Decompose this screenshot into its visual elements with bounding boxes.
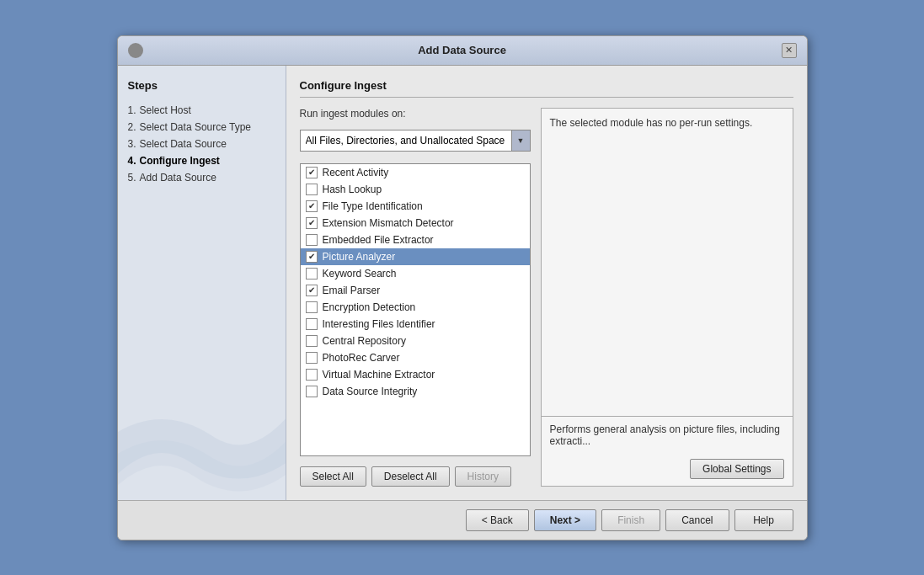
back-button[interactable]: < Back: [466, 509, 529, 531]
module-item-photorec-carver[interactable]: PhotoRec Carver: [301, 349, 530, 366]
step-2-number: 2.: [128, 121, 136, 133]
module-checkbox-encryption-detection[interactable]: [306, 301, 318, 313]
dialog-title: Add Data Source: [143, 44, 782, 56]
help-button[interactable]: Help: [734, 509, 793, 531]
module-label-email-parser: Email Parser: [323, 285, 381, 296]
module-checkbox-keyword-search[interactable]: [306, 268, 318, 280]
module-checkbox-picture-analyzer[interactable]: ✔: [306, 251, 318, 263]
run-on-label: Run ingest modules on:: [300, 108, 531, 120]
module-checkbox-email-parser[interactable]: ✔: [306, 285, 318, 296]
run-on-dropdown-container[interactable]: All Files, Directories, and Unallocated …: [300, 130, 531, 152]
module-label-picture-analyzer: Picture Analyzer: [323, 251, 396, 263]
module-label-embedded-file: Embedded File Extractor: [323, 234, 434, 246]
module-checkbox-file-type-id[interactable]: ✔: [306, 200, 318, 212]
history-button[interactable]: History: [455, 466, 511, 487]
module-item-recent-activity[interactable]: ✔Recent Activity: [301, 164, 530, 181]
module-item-data-source-integrity[interactable]: Data Source Integrity: [301, 383, 530, 400]
step-5-number: 5.: [128, 172, 136, 184]
module-item-email-parser[interactable]: ✔Email Parser: [301, 282, 530, 299]
module-item-embedded-file[interactable]: Embedded File Extractor: [301, 232, 530, 248]
module-label-encryption-detection: Encryption Detection: [323, 301, 416, 313]
add-data-source-dialog: Add Data Source ✕ Steps 1. Select Host 2…: [117, 35, 808, 540]
module-label-recent-activity: Recent Activity: [323, 167, 389, 178]
module-label-hash-lookup: Hash Lookup: [323, 184, 382, 195]
module-buttons-row: Select All Deselect All History: [300, 466, 531, 487]
step-3-number: 3.: [128, 138, 136, 150]
close-button[interactable]: ✕: [782, 43, 797, 58]
left-panel: Run ingest modules on: All Files, Direct…: [300, 108, 531, 487]
module-label-data-source-integrity: Data Source Integrity: [323, 386, 418, 397]
right-panel-buttons: Global Settings: [542, 454, 793, 486]
step-2-label: Select Data Source Type: [140, 121, 252, 133]
module-checkbox-data-source-integrity[interactable]: [306, 386, 318, 397]
sidebar-heading: Steps: [128, 79, 275, 92]
step-5-label: Add Data Source: [140, 172, 216, 184]
step-4: 4. Configure Ingest: [128, 152, 275, 169]
module-item-extension-mismatch[interactable]: ✔Extension Mismatch Detector: [301, 215, 530, 232]
module-label-central-repository: Central Repository: [323, 335, 406, 347]
step-2: 2. Select Data Source Type: [128, 119, 275, 136]
global-settings-button[interactable]: Global Settings: [690, 459, 783, 479]
select-all-button[interactable]: Select All: [300, 466, 366, 487]
main-content: Configure Ingest Run ingest modules on: …: [286, 66, 807, 500]
module-item-file-type-id[interactable]: ✔File Type Identification: [301, 198, 530, 215]
module-item-keyword-search[interactable]: Keyword Search: [301, 265, 530, 282]
modules-list-container: ✔Recent ActivityHash Lookup✔File Type Id…: [300, 163, 531, 456]
module-checkbox-photorec-carver[interactable]: [306, 352, 318, 364]
section-header: Configure Ingest: [300, 79, 793, 98]
module-item-vm-extractor[interactable]: Virtual Machine Extractor: [301, 366, 530, 383]
finish-button[interactable]: Finish: [601, 509, 660, 531]
step-1: 1. Select Host: [128, 102, 275, 119]
module-checkbox-extension-mismatch[interactable]: ✔: [306, 217, 318, 229]
steps-list: 1. Select Host 2. Select Data Source Typ…: [128, 102, 275, 186]
next-button[interactable]: Next >: [534, 509, 596, 531]
module-item-encryption-detection[interactable]: Encryption Detection: [301, 299, 530, 316]
right-panel-info: The selected module has no per-run setti…: [542, 109, 793, 416]
module-checkbox-hash-lookup[interactable]: [306, 184, 318, 195]
module-checkbox-central-repository[interactable]: [306, 335, 318, 347]
run-on-dropdown[interactable]: All Files, Directories, and Unallocated …: [301, 131, 511, 150]
module-label-keyword-search: Keyword Search: [323, 268, 397, 280]
module-item-hash-lookup[interactable]: Hash Lookup: [301, 181, 530, 198]
step-4-number: 4.: [128, 155, 136, 167]
step-5: 5. Add Data Source: [128, 169, 275, 186]
right-panel-description: Performs general analysis on picture fil…: [542, 416, 793, 454]
cancel-button[interactable]: Cancel: [665, 509, 729, 531]
module-checkbox-embedded-file[interactable]: [306, 234, 318, 246]
module-checkbox-interesting-files[interactable]: [306, 318, 318, 330]
sidebar: Steps 1. Select Host 2. Select Data Sour…: [118, 66, 286, 500]
module-item-central-repository[interactable]: Central Repository: [301, 333, 530, 349]
step-1-number: 1.: [128, 104, 136, 116]
step-3: 3. Select Data Source: [128, 136, 275, 152]
deselect-all-button[interactable]: Deselect All: [371, 466, 450, 487]
step-4-label: Configure Ingest: [140, 155, 220, 167]
title-bar: Add Data Source ✕: [118, 36, 807, 66]
step-3-label: Select Data Source: [140, 138, 227, 150]
title-dot: [128, 43, 143, 58]
module-label-photorec-carver: PhotoRec Carver: [323, 352, 400, 364]
step-1-label: Select Host: [140, 104, 191, 116]
module-checkbox-vm-extractor[interactable]: [306, 369, 318, 381]
content-area: Run ingest modules on: All Files, Direct…: [300, 108, 793, 487]
module-checkbox-recent-activity[interactable]: ✔: [306, 167, 318, 178]
module-item-picture-analyzer[interactable]: ✔Picture Analyzer: [301, 248, 530, 265]
dropdown-arrow-icon: ▼: [511, 130, 530, 151]
sidebar-watermark: [118, 399, 286, 500]
module-label-vm-extractor: Virtual Machine Extractor: [323, 369, 435, 381]
module-label-extension-mismatch: Extension Mismatch Detector: [323, 217, 454, 229]
module-item-interesting-files[interactable]: Interesting Files Identifier: [301, 316, 530, 333]
module-label-file-type-id: File Type Identification: [323, 200, 423, 212]
modules-list: ✔Recent ActivityHash Lookup✔File Type Id…: [301, 164, 530, 455]
dialog-footer: < Back Next > Finish Cancel Help: [118, 500, 807, 540]
module-label-interesting-files: Interesting Files Identifier: [323, 318, 435, 330]
dialog-body: Steps 1. Select Host 2. Select Data Sour…: [118, 66, 807, 500]
right-panel: The selected module has no per-run setti…: [541, 108, 793, 487]
